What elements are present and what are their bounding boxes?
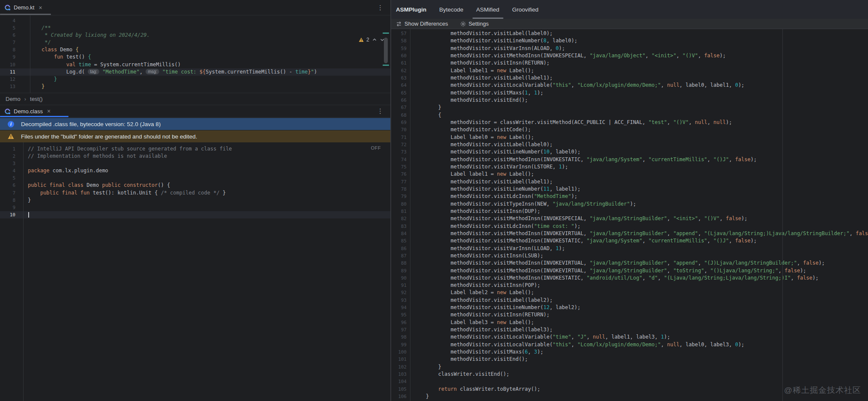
line-number[interactable]: 1 (0, 145, 15, 153)
tab-demo-class[interactable]: Demo.class × (0, 105, 55, 117)
line-number[interactable]: 5 (0, 24, 15, 32)
code-line: 77 methodVisitor.visitLabel(label1); (391, 178, 868, 186)
settings-button[interactable]: Settings (460, 21, 489, 27)
code-line: 87 methodVisitor.visitInsn(LSUB); (391, 252, 868, 259)
line-number[interactable]: 72 (391, 141, 407, 148)
line-number[interactable]: 13 (0, 83, 15, 90)
line-number[interactable]: 2 (0, 153, 15, 160)
line-number[interactable]: 76 (391, 171, 407, 178)
line-number[interactable]: 105 (391, 386, 407, 393)
line-number[interactable]: 75 (391, 163, 407, 171)
line-number[interactable]: 88 (391, 259, 407, 267)
line-number[interactable]: 5 (0, 174, 15, 182)
line-number[interactable]: 77 (391, 178, 407, 186)
line-number[interactable]: 68 (391, 112, 407, 119)
line-number[interactable]: 103 (391, 371, 407, 378)
line-number[interactable]: 67 (391, 104, 407, 111)
line-number[interactable]: 62 (391, 67, 407, 74)
line-number[interactable]: 3 (0, 160, 15, 167)
line-number[interactable]: 69 (391, 119, 407, 126)
more-options-icon[interactable]: ⋮ (377, 4, 383, 12)
line-number[interactable]: 98 (391, 333, 407, 341)
line-number[interactable]: 66 (391, 97, 407, 104)
line-number[interactable]: 79 (391, 193, 407, 200)
line-number[interactable]: 96 (391, 319, 407, 326)
line-number[interactable]: 6 (0, 182, 15, 189)
line-number[interactable]: 6 (0, 32, 15, 39)
chevron-up-icon[interactable] (372, 37, 377, 42)
line-number[interactable]: 59 (391, 45, 407, 52)
line-number[interactable]: 94 (391, 304, 407, 311)
highlighting-level-badge[interactable]: OFF (371, 145, 381, 150)
tab-underline-active (0, 116, 68, 117)
tab-demo-kt[interactable]: Demo.kt × (0, 0, 47, 15)
line-number[interactable]: 9 (0, 53, 15, 61)
code-line: 92 Label label2 = new Label(); (391, 289, 868, 296)
inspections-widget[interactable]: 2 (359, 35, 385, 44)
editor-scrollbar-thumb[interactable] (384, 38, 388, 63)
line-number[interactable]: 85 (391, 237, 407, 245)
line-number[interactable]: 81 (391, 208, 407, 215)
line-number[interactable]: 91 (391, 282, 407, 289)
line-number[interactable]: 97 (391, 326, 407, 333)
line-number[interactable]: 73 (391, 148, 407, 156)
line-number[interactable]: 87 (391, 252, 407, 259)
line-number[interactable]: 100 (391, 348, 407, 356)
line-number[interactable]: 89 (391, 267, 407, 274)
code-line: 5 (0, 174, 390, 182)
line-number[interactable]: 64 (391, 82, 407, 89)
line-number[interactable]: 82 (391, 215, 407, 222)
line-number[interactable]: 10 (0, 211, 15, 218)
close-icon[interactable]: × (39, 4, 42, 11)
tab-asmplugin[interactable]: ASMPlugin (396, 0, 426, 19)
line-number[interactable]: 106 (391, 393, 407, 400)
line-number[interactable]: 90 (391, 274, 407, 282)
breadcrumb-method[interactable]: test() (30, 96, 43, 102)
show-differences-button[interactable]: Show Differences (396, 21, 448, 27)
line-number[interactable]: 61 (391, 59, 407, 67)
gutter-separator (23, 142, 24, 401)
line-number[interactable]: 7 (0, 39, 15, 46)
line-number[interactable]: 74 (391, 156, 407, 163)
line-number[interactable]: 9 (0, 204, 15, 211)
line-number[interactable]: 80 (391, 200, 407, 208)
line-number[interactable]: 4 (0, 17, 15, 24)
line-number[interactable]: 71 (391, 134, 407, 141)
line-number[interactable]: 60 (391, 52, 407, 59)
line-number[interactable]: 7 (0, 189, 15, 197)
line-number[interactable]: 8 (0, 46, 15, 53)
close-icon[interactable]: × (47, 108, 51, 115)
line-number[interactable]: 78 (391, 186, 407, 193)
breadcrumb-class[interactable]: Demo (6, 96, 21, 102)
line-number[interactable]: 70 (391, 126, 407, 133)
tab-bytecode[interactable]: Bytecode (439, 0, 463, 19)
line-number[interactable]: 86 (391, 245, 407, 252)
code-line: 84 methodVisitor.visitMethodInsn(INVOKEV… (391, 230, 868, 237)
line-number[interactable]: 101 (391, 356, 407, 363)
line-number[interactable]: 84 (391, 230, 407, 237)
line-number[interactable]: 12 (0, 76, 15, 83)
line-number[interactable]: 65 (391, 89, 407, 97)
line-number[interactable]: 102 (391, 363, 407, 371)
line-number[interactable]: 11 (0, 68, 15, 76)
line-number[interactable]: 83 (391, 223, 407, 230)
line-number[interactable]: 57 (391, 30, 407, 37)
more-options-icon[interactable]: ⋮ (377, 107, 383, 115)
line-number[interactable]: 63 (391, 74, 407, 82)
line-number[interactable]: 58 (391, 37, 407, 44)
tab-groovified[interactable]: Groovified (512, 0, 539, 19)
code-line: 96 Label label3 = new Label(); (391, 319, 868, 326)
tab-asmified[interactable]: ASMified (476, 0, 499, 19)
line-number[interactable]: 95 (391, 311, 407, 318)
line-number[interactable]: 4 (0, 167, 15, 174)
line-number[interactable]: 104 (391, 378, 407, 385)
show-differences-label: Show Differences (404, 21, 448, 27)
decompiled-code-area[interactable]: 1// IntelliJ API Decompiler stub source … (0, 142, 390, 401)
asmified-code-area[interactable]: 57 methodVisitor.visitLabel(label0);58 m… (391, 29, 868, 401)
line-number[interactable]: 99 (391, 341, 407, 348)
kotlin-code-area[interactable]: 45/**6 * Created by lixiong on 2024/4/29… (0, 15, 390, 93)
line-number[interactable]: 8 (0, 197, 15, 204)
line-number[interactable]: 93 (391, 297, 407, 304)
line-number[interactable]: 92 (391, 289, 407, 296)
line-number[interactable]: 10 (0, 61, 15, 68)
